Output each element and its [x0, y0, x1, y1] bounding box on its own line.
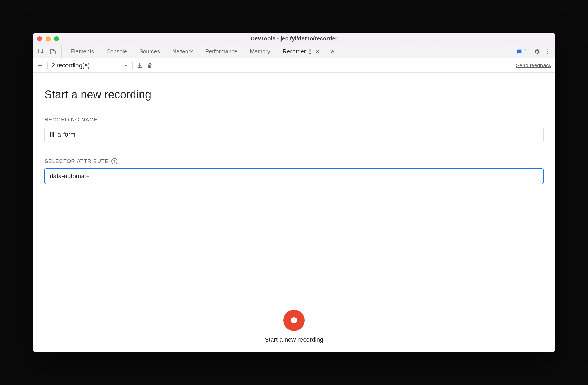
- tab-label: Console: [106, 48, 127, 55]
- inspect-element-icon[interactable]: [38, 48, 44, 55]
- record-button-label: Start a new recording: [264, 336, 323, 343]
- settings-gear-icon[interactable]: [533, 48, 540, 55]
- recording-name-field: Recording Name: [44, 117, 544, 142]
- new-recording-plus-icon[interactable]: [37, 62, 43, 69]
- record-button[interactable]: [283, 310, 305, 331]
- tab-label: Memory: [250, 48, 270, 55]
- selector-attribute-label: Selector Attribute ?: [44, 158, 544, 164]
- recordings-label: 2 recording(s): [51, 62, 90, 69]
- tab-sources[interactable]: Sources: [133, 45, 166, 58]
- tab-console[interactable]: Console: [100, 45, 133, 58]
- svg-rect-2: [53, 51, 55, 54]
- recorder-main: Start a new recording Recording Name Sel…: [33, 73, 555, 302]
- chevron-down-icon: [123, 63, 128, 68]
- svg-point-4: [547, 49, 548, 50]
- titlebar: DevTools - jec.fyi/demo/recorder: [33, 33, 555, 45]
- close-icon[interactable]: ✕: [315, 49, 320, 55]
- separator: [47, 62, 48, 69]
- separator: [132, 62, 133, 69]
- tab-network[interactable]: Network: [166, 45, 199, 58]
- record-dot-icon: [291, 317, 297, 323]
- tab-elements[interactable]: Elements: [64, 45, 100, 58]
- tabstrip-right: 1: [510, 45, 555, 58]
- devtools-tabstrip: Elements Console Sources Network Perform…: [33, 45, 555, 58]
- tab-label: Network: [172, 48, 193, 55]
- delete-trash-icon[interactable]: [147, 62, 153, 69]
- svg-point-5: [547, 51, 548, 52]
- kebab-menu-icon[interactable]: [545, 49, 551, 55]
- selector-attribute-label-text: Selector Attribute: [44, 158, 108, 164]
- svg-point-6: [547, 53, 548, 54]
- recording-name-input[interactable]: [44, 127, 544, 142]
- tab-label: Sources: [139, 48, 160, 55]
- tab-label: Performance: [205, 48, 238, 55]
- help-icon[interactable]: ?: [111, 158, 117, 164]
- issues-badge[interactable]: 1: [515, 48, 529, 55]
- export-download-icon[interactable]: [137, 62, 143, 69]
- tabs-overflow-button[interactable]: [326, 45, 338, 58]
- tab-label: Elements: [71, 48, 94, 55]
- device-toolbar-icon[interactable]: [49, 48, 56, 55]
- selector-attribute-input[interactable]: [44, 168, 544, 184]
- tab-memory[interactable]: Memory: [244, 45, 276, 58]
- experiment-flask-icon: [307, 49, 313, 54]
- recording-name-label: Recording Name: [44, 117, 544, 123]
- tab-label: Recorder: [282, 48, 306, 55]
- window-title: DevTools - jec.fyi/demo/recorder: [33, 35, 555, 42]
- send-feedback-link[interactable]: Send feedback: [516, 62, 551, 69]
- svg-rect-3: [518, 51, 520, 51]
- recorder-toolbar: 2 recording(s) Send feedback: [33, 58, 555, 73]
- issues-count: 1: [524, 48, 527, 55]
- recordings-dropdown[interactable]: 2 recording(s): [51, 62, 128, 69]
- record-footer: Start a new recording: [33, 302, 555, 352]
- tabs-container: Elements Console Sources Network Perform…: [62, 45, 510, 58]
- inspect-tools: [33, 45, 62, 58]
- issues-icon: [516, 49, 523, 55]
- page-title: Start a new recording: [44, 88, 544, 101]
- tab-recorder[interactable]: Recorder ✕: [276, 45, 325, 58]
- selector-attribute-field: Selector Attribute ?: [44, 158, 544, 184]
- devtools-window: DevTools - jec.fyi/demo/recorder Element…: [33, 33, 555, 352]
- tab-performance[interactable]: Performance: [199, 45, 244, 58]
